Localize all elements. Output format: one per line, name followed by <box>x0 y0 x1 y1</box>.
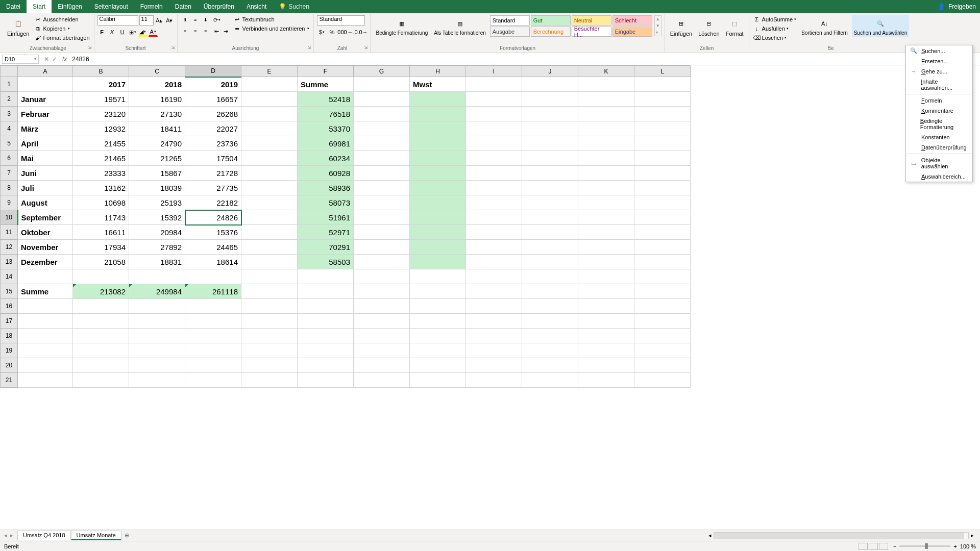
cell-D14[interactable] <box>185 269 241 284</box>
fx-button[interactable]: fx <box>60 56 69 63</box>
cell-H11[interactable] <box>410 225 466 240</box>
cell-A4[interactable]: März <box>18 121 73 136</box>
col-header-E[interactable]: E <box>241 66 298 77</box>
cell-E3[interactable] <box>241 107 298 121</box>
cell-I13[interactable] <box>466 255 522 269</box>
cell-G13[interactable] <box>354 255 410 269</box>
zoom-out-button[interactable]: − <box>893 543 896 549</box>
col-header-B[interactable]: B <box>73 66 129 77</box>
horizontal-scrollbar[interactable] <box>714 532 969 539</box>
cell-E2[interactable] <box>241 92 298 107</box>
cell-G7[interactable] <box>354 166 410 181</box>
cell-J2[interactable] <box>522 92 578 107</box>
cell-L11[interactable] <box>634 225 691 240</box>
col-header-I[interactable]: I <box>466 66 522 77</box>
hscroll-right[interactable]: ▸ <box>969 532 976 539</box>
cell-D3[interactable]: 26268 <box>185 107 241 121</box>
align-middle-button[interactable]: ≡ <box>191 15 200 24</box>
menu-item-kommentare[interactable]: Kommentare <box>906 106 972 116</box>
cell-J20[interactable] <box>522 358 578 373</box>
col-header-C[interactable]: C <box>129 66 185 77</box>
tab-nav-last[interactable]: ▸ <box>10 532 13 539</box>
menu-item-gehezu[interactable]: →Gehe zu... <box>906 66 972 77</box>
cell-I10[interactable] <box>466 210 522 225</box>
cell-A18[interactable] <box>18 329 73 343</box>
cell-J4[interactable] <box>522 121 578 136</box>
zoom-in-button[interactable]: + <box>953 543 957 549</box>
cell-G10[interactable] <box>354 210 410 225</box>
font-size-select[interactable]: 11 <box>139 15 154 26</box>
cell-K8[interactable] <box>578 181 634 195</box>
cell-J7[interactable] <box>522 166 578 181</box>
row-header-2[interactable]: 2 <box>1 92 18 107</box>
row-header-12[interactable]: 12 <box>1 240 18 255</box>
cell-B3[interactable]: 23120 <box>73 107 129 121</box>
cell-K7[interactable] <box>578 166 634 181</box>
cell-F1[interactable]: Summe <box>298 77 354 92</box>
cell-L12[interactable] <box>634 240 691 255</box>
cell-E9[interactable] <box>241 195 298 210</box>
hscroll-left[interactable]: ◂ <box>706 532 714 539</box>
clear-button[interactable]: ⌫Löschen▾ <box>752 34 798 42</box>
tab-überprüfen[interactable]: Überprüfen <box>198 0 240 13</box>
cell-F11[interactable]: 52971 <box>298 225 354 240</box>
cell-E16[interactable] <box>241 299 298 314</box>
tab-seitenlayout[interactable]: Seitenlayout <box>88 0 134 13</box>
cell-A9[interactable]: August <box>18 195 73 210</box>
cell-K9[interactable] <box>578 195 634 210</box>
cell-E11[interactable] <box>241 225 298 240</box>
merge-center-button[interactable]: ⬌Verbinden und zentrieren▾ <box>233 24 311 33</box>
row-header-6[interactable]: 6 <box>1 151 18 166</box>
format-painter-button[interactable]: 🖌Format übertragen <box>33 34 90 42</box>
cell-C4[interactable]: 18411 <box>129 121 185 136</box>
cell-C17[interactable] <box>129 314 185 329</box>
menu-item-formeln[interactable]: Formeln <box>906 95 972 106</box>
cell-H1[interactable]: Mwst <box>410 77 466 92</box>
cell-H10[interactable] <box>410 210 466 225</box>
name-box[interactable]: D10 <box>2 55 39 64</box>
underline-button[interactable]: U <box>118 28 127 37</box>
cell-H3[interactable] <box>410 107 466 121</box>
cell-B15[interactable]: 213082 <box>73 284 129 299</box>
cell-G8[interactable] <box>354 181 410 195</box>
cell-I16[interactable] <box>466 299 522 314</box>
cell-H21[interactable] <box>410 373 466 388</box>
col-header-H[interactable]: H <box>410 66 466 77</box>
cell-A14[interactable] <box>18 269 73 284</box>
cell-D21[interactable] <box>185 373 241 388</box>
cell-style-berechnung[interactable]: Berechnung <box>531 27 571 37</box>
cell-G5[interactable] <box>354 136 410 151</box>
cell-G12[interactable] <box>354 240 410 255</box>
row-header-11[interactable]: 11 <box>1 225 18 240</box>
cell-K14[interactable] <box>578 269 634 284</box>
row-header-3[interactable]: 3 <box>1 107 18 121</box>
find-select-button[interactable]: 🔍Suchen und Auswählen <box>852 15 910 37</box>
cell-L4[interactable] <box>634 121 691 136</box>
cell-H7[interactable] <box>410 166 466 181</box>
row-header-14[interactable]: 14 <box>1 269 18 284</box>
row-header-15[interactable]: 15 <box>1 284 18 299</box>
cell-F8[interactable]: 58936 <box>298 181 354 195</box>
cell-A13[interactable]: Dezember <box>18 255 73 269</box>
cell-style-ausgabe[interactable]: Ausgabe <box>490 27 530 37</box>
cell-L14[interactable] <box>634 269 691 284</box>
row-header-4[interactable]: 4 <box>1 121 18 136</box>
cell-H17[interactable] <box>410 314 466 329</box>
cell-L8[interactable] <box>634 181 691 195</box>
cell-J19[interactable] <box>522 343 578 358</box>
cell-I1[interactable] <box>466 77 522 92</box>
cell-L9[interactable] <box>634 195 691 210</box>
cell-D11[interactable]: 15376 <box>185 225 241 240</box>
cell-D17[interactable] <box>185 314 241 329</box>
cell-K4[interactable] <box>578 121 634 136</box>
row-header-18[interactable]: 18 <box>1 329 18 343</box>
cell-F5[interactable]: 69981 <box>298 136 354 151</box>
cell-E10[interactable] <box>241 210 298 225</box>
cell-H14[interactable] <box>410 269 466 284</box>
cell-L13[interactable] <box>634 255 691 269</box>
cell-C2[interactable]: 16190 <box>129 92 185 107</box>
cell-B18[interactable] <box>73 329 129 343</box>
cell-J9[interactable] <box>522 195 578 210</box>
cell-L10[interactable] <box>634 210 691 225</box>
cell-C21[interactable] <box>129 373 185 388</box>
